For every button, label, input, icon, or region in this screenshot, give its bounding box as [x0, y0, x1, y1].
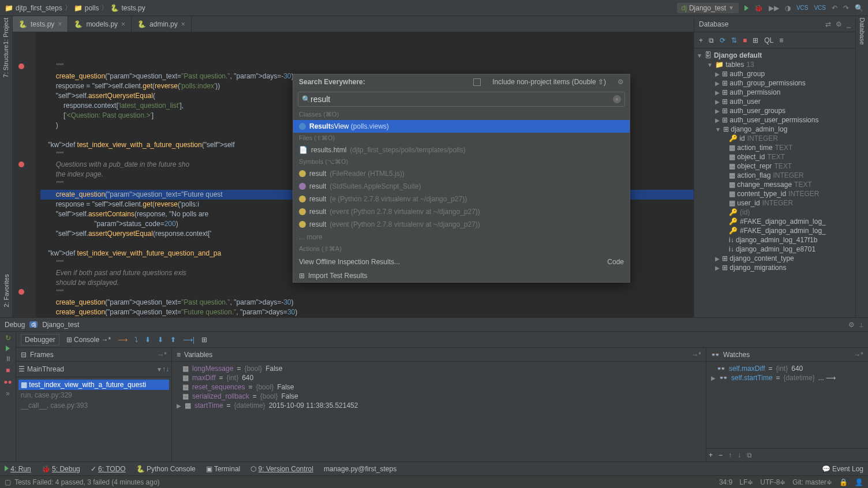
breadcrumb-item[interactable]: 📁 polls	[74, 4, 99, 12]
search-icon[interactable]: 🔍	[855, 4, 863, 12]
add-watch-icon[interactable]: +	[709, 451, 713, 459]
event-log-tab[interactable]: 💬 Event Log	[822, 465, 863, 473]
variable-item[interactable]: ▶ ▦ startTime = {datetime} 2015-10-09 11…	[174, 401, 704, 410]
file-tab[interactable]: 🐍 models.py ×	[68, 16, 132, 32]
console-icon[interactable]: QL	[764, 36, 773, 44]
copy-icon[interactable]: ⧉	[747, 451, 752, 459]
stop-icon[interactable]: ■	[743, 36, 747, 44]
duplicate-icon[interactable]: ⧉	[709, 36, 714, 44]
search-result[interactable]: result (FileReader (HTML5.js))	[293, 167, 630, 180]
step-over-icon[interactable]: ⤵	[134, 336, 138, 344]
stop-icon[interactable]: ■	[6, 366, 10, 374]
search-result[interactable]: result (e (Python 2.7.8 virtualenv at ~/…	[293, 193, 630, 205]
down-icon[interactable]: ↓	[738, 451, 741, 459]
gutter[interactable]	[13, 32, 36, 317]
evaluate-icon[interactable]: ⊞	[201, 336, 207, 344]
gear-icon[interactable]: ⚙	[618, 78, 624, 86]
search-action[interactable]: View Offline Inspection Results... Code	[293, 254, 630, 269]
structure-tool-tab[interactable]: 7: Structure	[3, 45, 10, 78]
file-tab[interactable]: 🐍 tests.py ×	[13, 16, 68, 32]
todo-toolwindow-tab[interactable]: ✓ 6: TODO	[91, 465, 126, 473]
search-result[interactable]: result (event (Python 2.7.8 virtualenv a…	[293, 205, 630, 218]
file-tab[interactable]: 🐍 admin.py ×	[132, 16, 192, 32]
debug-icon[interactable]: 🐞	[754, 4, 763, 12]
search-result[interactable]: 📄 results.html (djtp_first_steps/polls/t…	[293, 144, 630, 156]
restore-icon[interactable]: →*	[854, 351, 863, 359]
search-result[interactable]: ResultsView (polls.views)	[293, 120, 630, 133]
favorites-tool-tab[interactable]: 2: Favorites	[3, 274, 10, 307]
close-icon[interactable]: ×	[58, 20, 62, 28]
more-icon[interactable]: ≡	[779, 36, 783, 44]
watch-item[interactable]: 👓 self.maxDiff = {int} 640	[709, 364, 866, 373]
close-icon[interactable]: ×	[181, 20, 185, 28]
search-action[interactable]: ⊞ Import Test Results	[293, 269, 630, 282]
step-into-my-icon[interactable]: ⬇	[158, 336, 163, 344]
hide-icon[interactable]: ⟂	[859, 321, 863, 329]
debugger-tab[interactable]: Debugger	[21, 334, 59, 346]
version-control-tab[interactable]: ⬡ 9: Version Control	[250, 465, 313, 473]
thread-selector[interactable]: MainThread	[25, 364, 156, 374]
run-config-selector[interactable]: dj Django_test ▼	[677, 3, 739, 13]
database-tool-tab[interactable]: Database	[859, 17, 866, 44]
up-icon[interactable]: ↑	[728, 451, 732, 459]
breakpoint-icon[interactable]	[18, 63, 24, 69]
show-execution-icon[interactable]: ⟶	[118, 336, 128, 344]
variable-item[interactable]: ▦ maxDiff = {int} 640	[174, 373, 704, 382]
restore-icon[interactable]: →*	[691, 351, 701, 359]
sync-icon[interactable]: ⇅	[731, 36, 737, 44]
pause-icon[interactable]: ⏸	[5, 355, 12, 363]
encoding[interactable]: UTF-8≑	[760, 478, 785, 486]
refresh-icon[interactable]: ⟳	[720, 36, 725, 44]
filter-icon[interactable]: ⇄	[825, 20, 831, 28]
breadcrumb-item[interactable]: 🐍 tests.py	[110, 4, 145, 12]
console-tab[interactable]: ⊞ Console →*	[66, 336, 111, 344]
breakpoint-icon[interactable]	[18, 289, 24, 295]
breadcrumb-item[interactable]: 📁 djtp_first_steps	[5, 4, 62, 12]
remove-watch-icon[interactable]: −	[719, 451, 723, 459]
table-icon[interactable]: ⊞	[753, 36, 758, 44]
debug-toolwindow-tab[interactable]: 🐞 5: Debug	[42, 465, 80, 473]
search-result[interactable]: result (event (Python 2.7.8 virtualenv a…	[293, 218, 630, 231]
python-console-tab[interactable]: 🐍 Python Console	[136, 465, 196, 473]
git-branch[interactable]: Git: master≑	[792, 478, 832, 486]
manage-py-tab[interactable]: manage.py@first_steps	[324, 465, 396, 473]
hide-icon[interactable]: ⎯	[847, 20, 851, 28]
clear-icon[interactable]: ×	[613, 95, 621, 103]
run-icon[interactable]	[744, 5, 749, 11]
vcs-update-icon[interactable]: VCS	[796, 5, 809, 11]
profile-icon[interactable]: ◑	[785, 4, 791, 12]
more-icon[interactable]: »	[6, 389, 10, 397]
gear-icon[interactable]: ⚙	[848, 321, 855, 329]
view-breakpoints-icon[interactable]: ●●	[3, 378, 12, 386]
redo-icon[interactable]: ↷	[843, 4, 849, 12]
next-frame-icon[interactable]: ↓	[166, 365, 169, 373]
watch-item[interactable]: ▶ 👓 self.startTime = {datetime} ... ⟶	[709, 373, 866, 382]
dropdown-icon[interactable]: ▼	[156, 366, 162, 373]
variable-item[interactable]: ▦ longMessage = {bool} False	[174, 364, 704, 373]
breakpoint-icon[interactable]	[18, 162, 24, 167]
restore-icon[interactable]: →*	[157, 351, 167, 359]
variable-item[interactable]: ▦ serialized_rollback = {bool} False	[174, 392, 704, 401]
search-input[interactable]	[310, 95, 613, 104]
run-to-cursor-icon[interactable]: ⟶|	[183, 336, 194, 344]
rerun-icon[interactable]: ↻	[5, 334, 11, 342]
frame-item[interactable]: __call__, case.py:393	[18, 400, 169, 411]
vcs-commit-icon[interactable]: VCS	[814, 5, 826, 11]
frame-item[interactable]: run, case.py:329	[18, 390, 169, 400]
terminal-tab[interactable]: ▣ Terminal	[206, 465, 240, 473]
database-tree[interactable]: ▼ 🗄 Django default▼ 📁 tables 13▶ ⊞ auth_…	[694, 48, 855, 317]
add-icon[interactable]: +	[699, 36, 703, 44]
search-more[interactable]: ... more	[293, 231, 630, 243]
resume-icon[interactable]	[6, 346, 10, 351]
tool-windows-icon[interactable]: ▢	[5, 478, 11, 486]
run-toolwindow-tab[interactable]: 4: Run	[5, 465, 31, 473]
search-result[interactable]: result (StdSuites.AppleScript_Suite)	[293, 180, 630, 193]
lock-icon[interactable]: 🔒	[839, 478, 848, 486]
run-with-coverage-icon[interactable]: ▶▶	[769, 4, 779, 12]
close-icon[interactable]: ×	[121, 20, 125, 28]
include-nonproject-checkbox[interactable]	[473, 78, 481, 86]
project-tool-tab[interactable]: 1: Project	[3, 18, 10, 44]
gear-icon[interactable]: ⚙	[836, 20, 842, 28]
undo-icon[interactable]: ↶	[832, 4, 837, 12]
variable-item[interactable]: ▦ reset_sequences = {bool} False	[174, 382, 704, 392]
